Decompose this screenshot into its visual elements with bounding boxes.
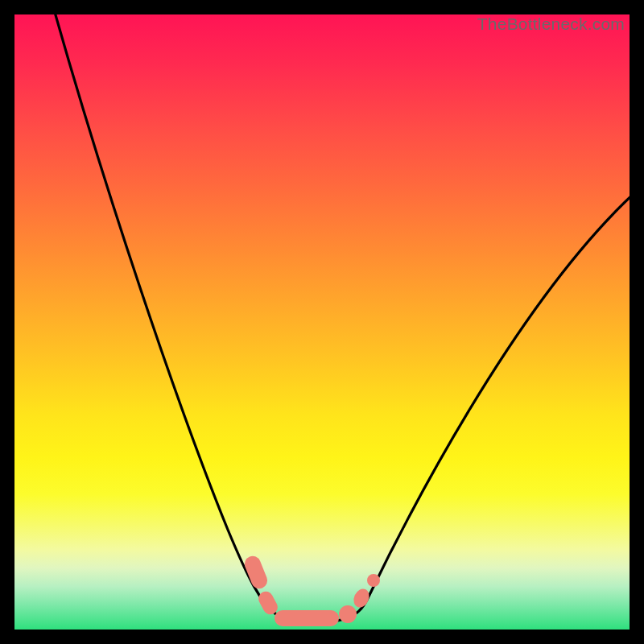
curve-layer — [14, 14, 630, 630]
svg-point-3 — [339, 605, 357, 623]
svg-rect-1 — [256, 589, 280, 617]
watermark-text: TheBottleneck.com — [477, 14, 625, 34]
bottleneck-curve — [53, 14, 630, 622]
svg-point-4 — [351, 586, 372, 609]
svg-rect-2 — [275, 610, 339, 626]
plot-area: TheBottleneck.com — [14, 14, 630, 630]
valley-marker — [242, 554, 380, 626]
svg-point-5 — [367, 574, 380, 587]
chart-frame: TheBottleneck.com — [0, 0, 644, 644]
